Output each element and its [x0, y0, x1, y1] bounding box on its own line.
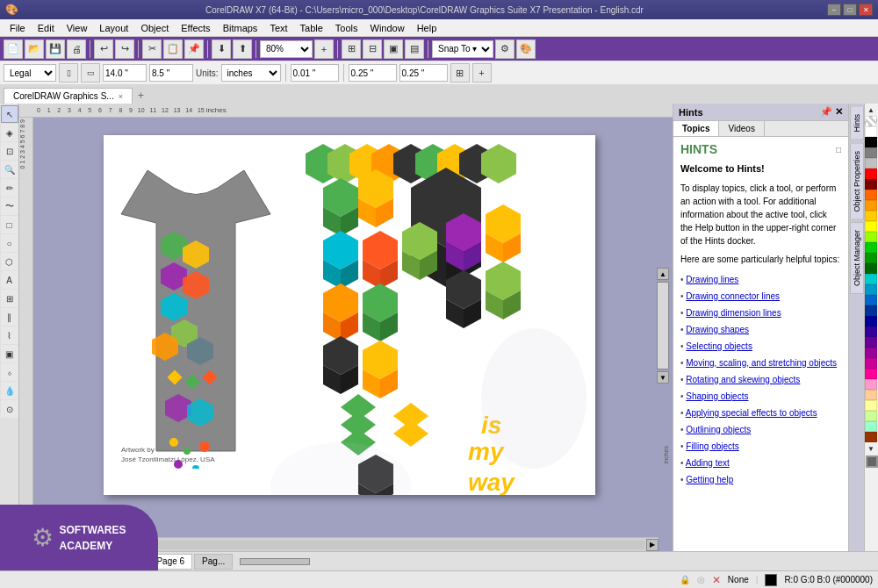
- menu-text[interactable]: Text: [263, 21, 293, 35]
- hints-topic-5[interactable]: Moving, scaling, and stretching objects: [686, 358, 837, 368]
- crop-tool[interactable]: ⊡: [1, 142, 18, 160]
- save-button[interactable]: 💾: [46, 39, 65, 59]
- zoom-tool[interactable]: 🔍: [1, 161, 18, 178]
- grp-button[interactable]: ▣: [384, 39, 403, 59]
- palette-color-hotpink[interactable]: [865, 358, 877, 369]
- minimize-button[interactable]: −: [827, 4, 841, 16]
- zoom-plus[interactable]: +: [314, 39, 334, 59]
- polygon-tool[interactable]: ⬡: [1, 253, 18, 270]
- menu-bitmaps[interactable]: Bitmaps: [217, 21, 264, 35]
- dist-button[interactable]: ⊟: [363, 39, 382, 59]
- units-select[interactable]: inches mm cm pixels: [221, 64, 281, 82]
- freehand-tool[interactable]: ✏: [1, 179, 18, 197]
- palette-color-white[interactable]: [865, 126, 877, 137]
- palette-color-lime[interactable]: [865, 232, 877, 242]
- hints-topic-6[interactable]: Rotating and skewing objects: [686, 375, 800, 384]
- tab-close-icon[interactable]: ×: [119, 92, 123, 101]
- smart-draw[interactable]: 〜: [1, 197, 18, 215]
- smart-fill[interactable]: ⬨: [1, 363, 18, 381]
- menu-view[interactable]: View: [61, 21, 94, 35]
- palette-color-maroon[interactable]: [865, 179, 877, 190]
- hints-topic-8[interactable]: Applying special effects to objects: [686, 408, 817, 418]
- ellipse-tool[interactable]: ○: [1, 234, 18, 252]
- table-tool[interactable]: ⊞: [1, 290, 18, 307]
- hints-close-icon[interactable]: ✕: [835, 106, 843, 118]
- nudge-input[interactable]: [291, 64, 339, 82]
- palette-color-gray[interactable]: [865, 147, 877, 158]
- palette-color-violet[interactable]: [865, 337, 877, 348]
- zoom-select[interactable]: 80% 100% 50%: [260, 40, 313, 58]
- palette-button[interactable]: 🎨: [516, 39, 536, 59]
- page-settings-button[interactable]: ⊞: [450, 63, 470, 82]
- palette-color-blue[interactable]: [865, 295, 877, 305]
- hints-topic-7[interactable]: Shaping objects: [686, 391, 748, 401]
- node-tool[interactable]: ◈: [1, 124, 18, 141]
- palette-color-steelblue[interactable]: [865, 284, 877, 295]
- hints-tab-topics[interactable]: Topics: [673, 121, 719, 136]
- hints-topic-4[interactable]: Selecting objects: [686, 341, 752, 351]
- menu-layout[interactable]: Layout: [93, 21, 134, 35]
- palette-color-peach[interactable]: [865, 390, 877, 400]
- landscape-button[interactable]: ▭: [81, 63, 100, 82]
- palette-color-darkorange[interactable]: [865, 200, 877, 211]
- snap-select[interactable]: Snap To ▾: [432, 40, 493, 58]
- palette-color-lightyellow[interactable]: [865, 400, 877, 411]
- palette-scroll-down[interactable]: ▼: [865, 442, 877, 455]
- select-tool[interactable]: ↖: [1, 105, 18, 123]
- copy-button[interactable]: 📋: [163, 39, 183, 59]
- print-button[interactable]: 🖨: [67, 39, 86, 59]
- ungrp-button[interactable]: ▤: [405, 39, 424, 59]
- document-tab[interactable]: CorelDRAW Graphics S... ×: [4, 88, 133, 104]
- options-button[interactable]: ⚙: [495, 39, 515, 59]
- document-canvas[interactable]: Artwork by José Tzontlimatzi López, USA …: [33, 118, 673, 534]
- add-page-button[interactable]: +: [472, 63, 492, 82]
- page-size-select[interactable]: Legal Letter A4: [4, 64, 56, 82]
- palette-color-red[interactable]: [865, 169, 877, 179]
- connector-tool[interactable]: ⌇: [1, 326, 18, 344]
- palette-color-lightgreen[interactable]: [865, 411, 877, 421]
- palette-color-lightpink[interactable]: [865, 379, 877, 390]
- palette-color-purple[interactable]: [865, 326, 877, 337]
- open-button[interactable]: 📂: [25, 39, 44, 59]
- side-tab-object-properties[interactable]: Object Properties: [850, 143, 864, 220]
- page-tab-more[interactable]: Pag...: [194, 554, 233, 570]
- menu-table[interactable]: Table: [294, 21, 329, 35]
- palette-color-gold[interactable]: [865, 211, 877, 221]
- palette-color-black[interactable]: [865, 137, 877, 147]
- palette-color-brown[interactable]: [865, 432, 877, 442]
- palette-color-orange[interactable]: [865, 190, 877, 200]
- align-button[interactable]: ⊞: [342, 39, 361, 59]
- canvas-vscroll[interactable]: ▲ ▼: [657, 268, 669, 384]
- hints-topic-2[interactable]: Drawing dimension lines: [686, 308, 781, 318]
- nudge2-input[interactable]: [349, 64, 397, 82]
- palette-color-silver[interactable]: [865, 158, 877, 169]
- redo-button[interactable]: ↪: [115, 39, 134, 59]
- undo-button[interactable]: ↩: [94, 39, 113, 59]
- portrait-button[interactable]: ▯: [59, 63, 78, 82]
- import-button[interactable]: ⬇: [212, 39, 231, 59]
- palette-color-forestgreen[interactable]: [865, 263, 877, 274]
- palette-color-darknavy[interactable]: [865, 316, 877, 326]
- menu-edit[interactable]: Edit: [32, 21, 61, 35]
- eyedropper-tool[interactable]: 💧: [1, 382, 18, 399]
- palette-color-pink[interactable]: [865, 369, 877, 379]
- palette-active-color[interactable]: [866, 455, 878, 468]
- hints-topic-9[interactable]: Outlining objects: [686, 425, 751, 434]
- close-button[interactable]: ✕: [859, 4, 873, 16]
- nudge3-input[interactable]: [399, 64, 448, 82]
- palette-color-yellow[interactable]: [865, 221, 877, 232]
- side-tab-hints[interactable]: Hints: [850, 106, 864, 140]
- new-button[interactable]: 📄: [4, 39, 23, 59]
- parallel-tool[interactable]: ∥: [1, 308, 18, 326]
- menu-window[interactable]: Window: [364, 21, 411, 35]
- menu-help[interactable]: Help: [411, 21, 443, 35]
- width-input[interactable]: [103, 64, 147, 82]
- paste-button[interactable]: 📌: [184, 39, 204, 59]
- hints-topic-10[interactable]: Filling objects: [686, 441, 739, 451]
- palette-color-darkgreen[interactable]: [865, 253, 877, 263]
- restore-button[interactable]: □: [843, 4, 857, 16]
- hscroll-pages[interactable]: [234, 558, 876, 565]
- hints-topic-11[interactable]: Adding text: [686, 458, 730, 468]
- palette-color-teal[interactable]: [865, 274, 877, 284]
- palette-color-transparent[interactable]: [865, 116, 877, 126]
